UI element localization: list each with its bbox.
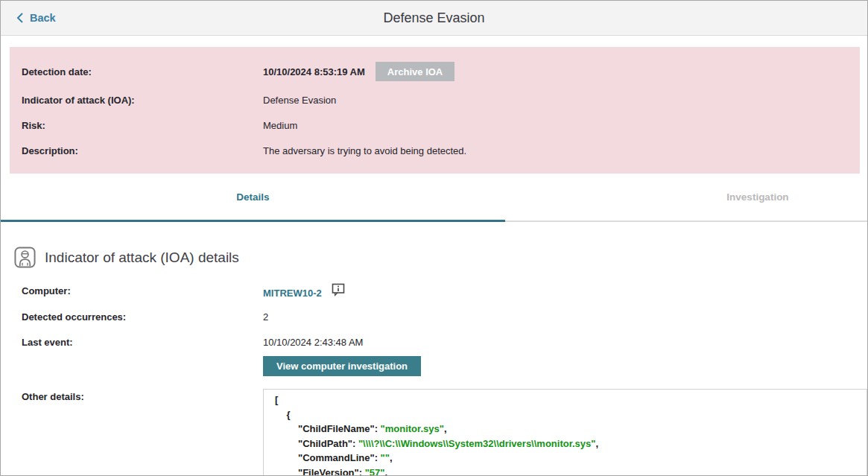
person-badge-icon	[14, 247, 36, 268]
detection-date-value: 10/10/2024 8:53:19 AM	[263, 66, 365, 77]
last-event-row: Last event: 10/10/2024 2:43:48 AM	[22, 336, 867, 348]
other-details-label: Other details:	[22, 391, 84, 402]
ioa-type-label: Indicator of attack (IOA):	[22, 95, 263, 106]
view-computer-investigation-button[interactable]: View computer investigation	[263, 356, 421, 376]
occurrences-value: 2	[263, 311, 268, 323]
computer-link[interactable]: MITREW10-2	[263, 288, 322, 299]
risk-value: Medium	[263, 120, 297, 131]
section-header: Indicator of attack (IOA) details	[14, 247, 239, 268]
detection-date-label: Detection date:	[22, 66, 263, 77]
risk-row: Risk: Medium	[22, 119, 848, 131]
last-event-label: Last event:	[22, 337, 263, 348]
ioa-type-row: Indicator of attack (IOA): Defense Evasi…	[22, 94, 848, 106]
tab-investigation[interactable]: Investigation	[647, 174, 868, 220]
last-event-value: 10/10/2024 2:43:48 AM	[263, 337, 363, 348]
computer-label: Computer:	[22, 285, 263, 296]
section-title: Indicator of attack (IOA) details	[45, 250, 239, 266]
description-row: Description: The adversary is trying to …	[22, 145, 848, 156]
tab-details[interactable]: Details	[1, 174, 505, 220]
risk-label: Risk:	[22, 120, 263, 131]
detection-date-row: Detection date: 10/10/2024 8:53:19 AM Ar…	[22, 62, 848, 81]
code-block: [{"ChildFileName": "monitor.sys","ChildP…	[263, 389, 867, 476]
archive-ioa-button[interactable]: Archive IOA	[376, 62, 454, 81]
ioa-type-value: Defense Evasion	[263, 95, 336, 106]
computer-row: Computer: MITREW10-2	[22, 283, 867, 298]
description-value: The adversary is trying to avoid being d…	[263, 145, 466, 156]
occurrences-label: Detected occurrences:	[22, 311, 263, 323]
description-label: Description:	[22, 145, 263, 156]
details-panel: Indicator of attack (IOA) details Comput…	[1, 222, 867, 475]
window: Back Defense Evasion Detection date: 10/…	[0, 0, 868, 476]
info-bubble-icon[interactable]	[332, 283, 346, 296]
tab-strip: Details Investigation	[1, 174, 867, 222]
page-title: Defense Evasion	[1, 1, 867, 35]
occurrences-row: Detected occurrences: 2	[22, 311, 867, 323]
ioa-summary-banner: Detection date: 10/10/2024 8:53:19 AM Ar…	[10, 47, 860, 174]
top-bar: Back Defense Evasion	[1, 1, 867, 36]
